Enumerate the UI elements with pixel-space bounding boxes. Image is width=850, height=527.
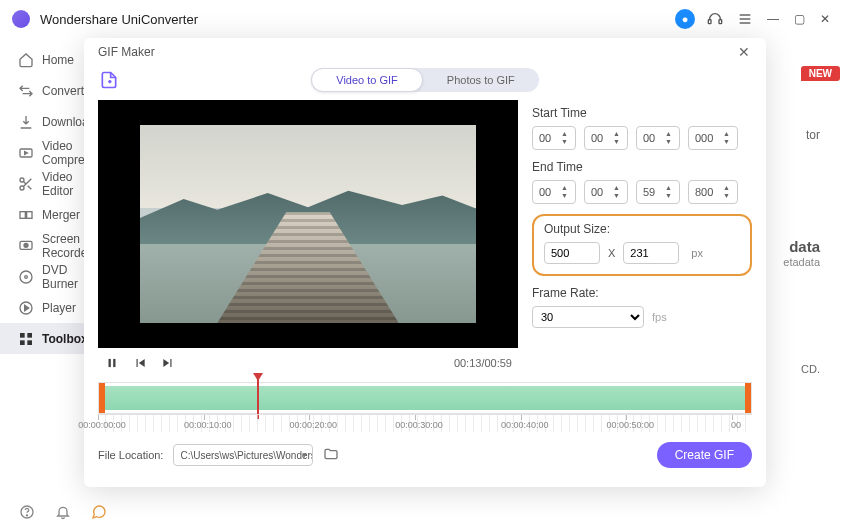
bg-partial-text: data (789, 238, 820, 255)
sidebar-item-converter[interactable]: Converter (0, 75, 84, 106)
output-size-label: Output Size: (544, 222, 740, 236)
play-icon (18, 300, 34, 316)
pause-button[interactable] (104, 355, 120, 371)
add-file-button[interactable] (98, 69, 120, 91)
svg-rect-1 (719, 20, 722, 24)
tab-video-to-gif[interactable]: Video to GIF (311, 68, 423, 92)
timeline[interactable] (98, 382, 752, 414)
start-ms-input[interactable]: 000▲▼ (688, 126, 738, 150)
disc-icon (18, 269, 34, 285)
end-min-input[interactable]: 00▲▼ (584, 180, 628, 204)
new-badge: NEW (801, 66, 840, 81)
start-sec-input[interactable]: 00▲▼ (636, 126, 680, 150)
start-hour-input[interactable]: 00▲▼ (532, 126, 576, 150)
sidebar-item-label: Merger (42, 208, 80, 222)
sidebar-item-screen-recorder[interactable]: Screen Recorder (0, 230, 84, 261)
timeline-selection (103, 386, 747, 410)
account-avatar[interactable]: ● (674, 8, 696, 30)
tab-photos-to-gif[interactable]: Photos to GIF (423, 68, 539, 92)
timeline-ruler: 00:00:00:00 00:00:10:00 00:00:20:00 00:0… (98, 414, 752, 432)
minimize-button[interactable]: — (760, 8, 786, 30)
bg-partial-text: tor (806, 128, 820, 142)
end-hour-input[interactable]: 00▲▼ (532, 180, 576, 204)
sidebar-item-download[interactable]: Download (0, 106, 84, 137)
gif-maker-dialog: GIF Maker ✕ Video to GIF Photos to GIF (84, 38, 766, 487)
output-width-input[interactable] (544, 242, 600, 264)
feedback-icon[interactable] (90, 503, 108, 521)
svg-point-6 (20, 178, 24, 182)
end-time-label: End Time (532, 160, 752, 174)
dialog-title: GIF Maker (98, 45, 155, 59)
bell-icon[interactable] (54, 503, 72, 521)
app-logo (12, 10, 30, 28)
stepper-icon[interactable]: ▲▼ (723, 182, 735, 202)
maximize-button[interactable]: ▢ (786, 8, 812, 30)
timeline-handle-left[interactable] (99, 383, 105, 413)
sidebar-item-label: Player (42, 301, 76, 315)
stepper-icon[interactable]: ▲▼ (665, 182, 677, 202)
sidebar-item-video-compressor[interactable]: Video Compressor (0, 137, 84, 168)
headset-icon[interactable] (704, 8, 726, 30)
start-min-input[interactable]: 00▲▼ (584, 126, 628, 150)
file-location-label: File Location: (98, 449, 163, 461)
video-preview[interactable] (98, 100, 518, 348)
output-height-input[interactable] (623, 242, 679, 264)
fps-label: fps (652, 311, 667, 323)
create-gif-button[interactable]: Create GIF (657, 442, 752, 468)
size-x-label: X (608, 247, 615, 259)
sidebar: Home Converter Download Video Compressor… (0, 38, 84, 497)
video-thumbnail (140, 125, 476, 323)
sidebar-item-label: Toolbox (42, 332, 88, 346)
size-px-label: px (691, 247, 703, 259)
menu-icon[interactable] (734, 8, 756, 30)
app-title: Wondershare UniConverter (40, 12, 198, 27)
sidebar-item-player[interactable]: Player (0, 292, 84, 323)
svg-rect-22 (113, 359, 115, 367)
bg-partial-text: etadata (783, 256, 820, 268)
svg-point-13 (25, 275, 28, 278)
sidebar-item-video-editor[interactable]: Video Editor (0, 168, 84, 199)
svg-rect-8 (20, 211, 25, 218)
frame-rate-label: Frame Rate: (532, 286, 752, 300)
sidebar-item-dvd-burner[interactable]: DVD Burner (0, 261, 84, 292)
svg-point-11 (24, 243, 28, 247)
next-frame-button[interactable] (160, 355, 176, 371)
close-dialog-button[interactable]: ✕ (736, 44, 752, 60)
playhead[interactable] (257, 375, 259, 419)
stepper-icon[interactable]: ▲▼ (723, 128, 735, 148)
prev-frame-button[interactable] (132, 355, 148, 371)
download-icon (18, 114, 34, 130)
sidebar-item-home[interactable]: Home (0, 44, 84, 75)
stepper-icon[interactable]: ▲▼ (561, 128, 573, 148)
record-icon (18, 238, 34, 254)
svg-point-7 (20, 186, 24, 190)
stepper-icon[interactable]: ▲▼ (613, 128, 625, 148)
compress-icon (18, 145, 34, 161)
sidebar-item-merger[interactable]: Merger (0, 199, 84, 230)
home-icon (18, 52, 34, 68)
end-sec-input[interactable]: 59▲▼ (636, 180, 680, 204)
grid-icon (18, 331, 34, 347)
svg-point-12 (20, 271, 32, 283)
timeline-handle-right[interactable] (745, 383, 751, 413)
svg-rect-16 (27, 333, 32, 338)
converter-icon (18, 83, 34, 99)
stepper-icon[interactable]: ▲▼ (613, 182, 625, 202)
frame-rate-select[interactable]: 30 (532, 306, 644, 328)
svg-rect-18 (27, 340, 32, 345)
end-ms-input[interactable]: 800▲▼ (688, 180, 738, 204)
sidebar-item-toolbox[interactable]: Toolbox (0, 323, 84, 354)
stepper-icon[interactable]: ▲▼ (561, 182, 573, 202)
file-location-select[interactable]: C:\Users\ws\Pictures\Wonders (173, 444, 313, 466)
bg-partial-text: CD. (801, 363, 820, 375)
mode-tabs: Video to GIF Photos to GIF (311, 68, 538, 92)
open-folder-button[interactable] (323, 446, 341, 464)
close-window-button[interactable]: ✕ (812, 8, 838, 30)
svg-rect-9 (27, 211, 32, 218)
stepper-icon[interactable]: ▲▼ (665, 128, 677, 148)
svg-rect-0 (708, 20, 711, 24)
start-time-label: Start Time (532, 106, 752, 120)
playback-time: 00:13/00:59 (454, 357, 512, 369)
sidebar-item-label: Video Editor (42, 170, 84, 198)
help-icon[interactable] (18, 503, 36, 521)
